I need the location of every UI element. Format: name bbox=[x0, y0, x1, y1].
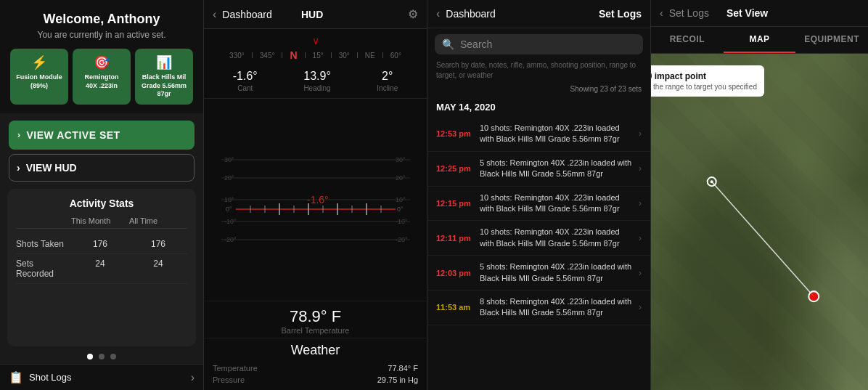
welcome-header: Welcome, Anthony You are currently in an… bbox=[0, 0, 203, 113]
remington-label: Remington40X .223in bbox=[77, 73, 126, 90]
dot-3[interactable] bbox=[110, 354, 116, 359]
sets-this-month: 24 bbox=[71, 259, 129, 279]
heading-metric: 13.9° Heading bbox=[303, 70, 331, 92]
set-view-back-icon[interactable]: ‹ bbox=[660, 7, 663, 19]
set-logs-back-label: Dashboard bbox=[446, 8, 578, 20]
hud-metrics: -1.6° Cant 13.9° Heading 2° Incline bbox=[204, 67, 427, 99]
shot-logs-nav-item[interactable]: 📋 Shot Logs bbox=[9, 370, 72, 384]
temp-label: Temperature bbox=[213, 364, 258, 373]
panel-hud: ‹ Dashboard HUD ⚙ ∨ 330° 345° N 15° 30° … bbox=[203, 0, 427, 390]
sets-label: Sets Recorded bbox=[16, 259, 71, 279]
welcome-title: Welcome, Anthony bbox=[9, 12, 195, 27]
svg-text:-20°: -20° bbox=[224, 236, 237, 243]
set-logs-title: Set Logs bbox=[599, 8, 642, 20]
compass-ne: NE bbox=[359, 52, 381, 60]
log-item-1203[interactable]: 12:03 pm 5 shots: Remington 40X .223in l… bbox=[427, 256, 650, 291]
compass-tick-2 bbox=[282, 52, 282, 58]
cant-metric: -1.6° Cant bbox=[233, 70, 258, 92]
search-bar[interactable]: 🔍 Search bbox=[435, 34, 643, 54]
weather-title: Weather bbox=[213, 343, 418, 358]
module-card-fusion[interactable]: ⚡ Fusion Module(89%) bbox=[10, 49, 68, 105]
ammo-label: Black Hills MilGrade 5.56mm87gr bbox=[139, 73, 189, 99]
hud-back-label: Dashboard bbox=[222, 9, 295, 20]
pressure-label: Pressure bbox=[213, 375, 245, 384]
ammo-icon: 📊 bbox=[139, 54, 189, 70]
log-item-1153[interactable]: 11:53 am 8 shots: Remington 40X .223in l… bbox=[427, 291, 650, 325]
log-chevron-1225: › bbox=[639, 163, 642, 174]
panel-dashboard: Welcome, Anthony You are currently in an… bbox=[0, 0, 203, 390]
tab-recoil[interactable]: RECOIL bbox=[651, 27, 724, 53]
module-card-remington[interactable]: 🎯 Remington40X .223in bbox=[73, 49, 131, 105]
svg-text:-1.6°: -1.6° bbox=[307, 194, 329, 206]
incline-value: 2° bbox=[377, 70, 398, 83]
search-icon: 🔍 bbox=[442, 38, 454, 50]
set-logs-header: ‹ Dashboard Set Logs bbox=[427, 0, 650, 28]
svg-text:0°: 0° bbox=[226, 206, 232, 213]
compass-60: 60° bbox=[385, 52, 407, 60]
log-time-1225: 12:25 pm bbox=[436, 164, 480, 173]
shot-logs-label: Shot Logs bbox=[29, 372, 72, 383]
compass-15: 15° bbox=[307, 52, 329, 60]
svg-text:20°: 20° bbox=[396, 174, 406, 182]
compass-345: 345° bbox=[254, 52, 281, 60]
stats-col-name bbox=[16, 216, 71, 225]
svg-text:0°: 0° bbox=[397, 206, 404, 213]
log-time-1203: 12:03 pm bbox=[436, 269, 480, 277]
svg-text:-10°: -10° bbox=[224, 218, 237, 225]
log-item-1211[interactable]: 12:11 pm 10 shots: Remington 40X .223in … bbox=[427, 221, 650, 256]
stats-col-all-time: All Time bbox=[129, 216, 187, 225]
map-background: Shot 10 impact point Based on the range … bbox=[651, 54, 868, 390]
view-active-set-button[interactable]: › VIEW ACTIVE SET bbox=[9, 121, 195, 150]
set-logs-back-icon[interactable]: ‹ bbox=[436, 7, 440, 20]
pagination-dots bbox=[0, 346, 203, 364]
incline-label: Incline bbox=[377, 84, 398, 92]
search-hint: Search by date, notes, rifle, ammo, shoo… bbox=[427, 60, 650, 84]
bottom-nav[interactable]: 📋 Shot Logs › bbox=[0, 364, 203, 390]
dot-2[interactable] bbox=[99, 354, 105, 359]
back-arrow-icon[interactable]: ‹ bbox=[213, 8, 216, 21]
fusion-label: Fusion Module(89%) bbox=[15, 73, 64, 90]
module-card-ammo[interactable]: 📊 Black Hills MilGrade 5.56mm87gr bbox=[135, 49, 193, 105]
barrel-temp-value: 78.9° F bbox=[204, 307, 427, 326]
log-item-1225[interactable]: 12:25 pm 5 shots: Remington 40X .223in l… bbox=[427, 152, 650, 187]
log-item-1253[interactable]: 12:53 pm 10 shots: Remington 40X .223in … bbox=[427, 117, 650, 152]
tab-equipment[interactable]: EQUIPMENT bbox=[795, 27, 868, 53]
shots-label: Shots Taken bbox=[16, 239, 71, 249]
log-chevron-1211: › bbox=[639, 233, 642, 243]
compass-tick-5 bbox=[357, 52, 358, 58]
log-item-1215[interactable]: 12:15 pm 10 shots: Remington 40X .223in … bbox=[427, 187, 650, 222]
pressure-value: 29.75 in Hg bbox=[377, 375, 418, 384]
weather-pressure: Pressure 29.75 in Hg bbox=[213, 374, 418, 386]
compass-bar: 330° 345° N 15° 30° NE 60° bbox=[204, 46, 427, 64]
log-time-1253: 12:53 pm bbox=[436, 129, 480, 138]
activity-stats: Activity Stats This Month All Time Shots… bbox=[7, 189, 196, 346]
log-time-1215: 12:15 pm bbox=[436, 199, 480, 208]
gear-icon[interactable]: ⚙ bbox=[408, 7, 418, 21]
stats-header: This Month All Time bbox=[16, 216, 187, 229]
svg-text:-20°: -20° bbox=[396, 236, 408, 243]
tooltip-subtitle: Based on the range to target you specifi… bbox=[651, 83, 757, 91]
compass-visual-svg: 30° 20° 10° -10° -20° 30° 20° 10° -10° -… bbox=[214, 145, 417, 254]
hud-header: ‹ Dashboard HUD ⚙ bbox=[204, 0, 427, 29]
barrel-temp-label: Barrel Temperature bbox=[204, 326, 427, 335]
stats-row-sets: Sets Recorded 24 24 bbox=[16, 254, 187, 284]
view-hud-button[interactable]: › VIEW HUD bbox=[9, 154, 195, 182]
log-list: 12:53 pm 10 shots: Remington 40X .223in … bbox=[427, 117, 650, 390]
weather-temperature: Temperature 77.84° F bbox=[213, 362, 418, 374]
tab-map[interactable]: MAP bbox=[724, 27, 796, 53]
log-desc-1203: 5 shots: Remington 40X .223in loaded wit… bbox=[480, 261, 634, 284]
log-date-header: MAY 14, 2020 bbox=[427, 97, 650, 117]
impact-tooltip: Shot 10 impact point Based on the range … bbox=[651, 65, 764, 97]
rifle-icon: 🎯 bbox=[77, 54, 126, 70]
nav-chevron-icon: › bbox=[191, 371, 195, 384]
barrel-temp-section: 78.9° F Barrel Temperature bbox=[204, 301, 427, 338]
compass-north: N bbox=[284, 49, 303, 61]
map-container: Shot 10 impact point Based on the range … bbox=[651, 54, 868, 390]
activity-stats-title: Activity Stats bbox=[16, 198, 187, 209]
showing-count: Showing 23 of 23 sets bbox=[427, 84, 650, 97]
dot-1[interactable] bbox=[87, 354, 93, 359]
compass-tick-6 bbox=[382, 52, 383, 58]
svg-text:30°: 30° bbox=[396, 156, 406, 163]
cant-label: Cant bbox=[233, 84, 258, 92]
hud-title: HUD bbox=[301, 9, 323, 20]
